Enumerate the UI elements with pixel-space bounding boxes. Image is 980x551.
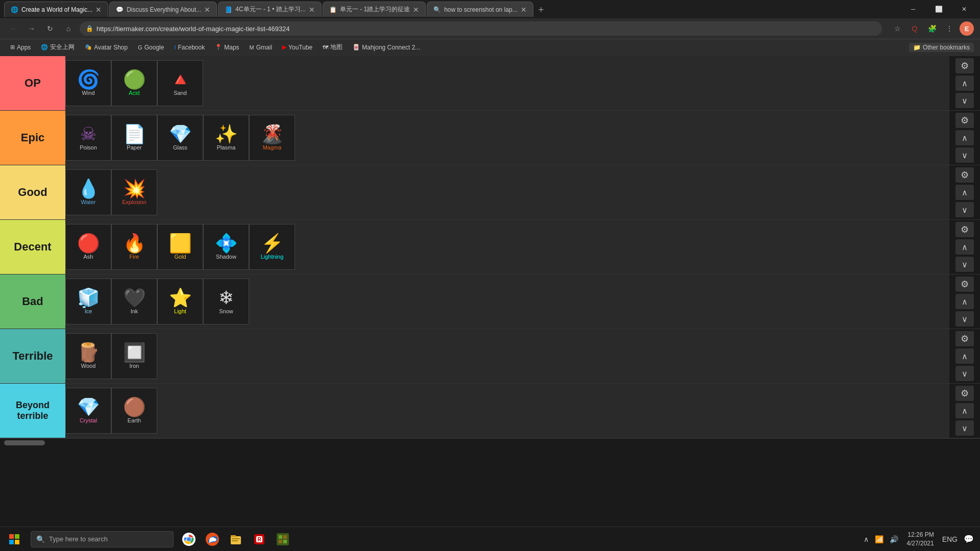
tier-item-wood[interactable]: 🪵Wood <box>65 333 111 379</box>
tier-move-up-op[interactable]: ∧ <box>955 76 974 91</box>
bookmark-gmail[interactable]: M Gmail <box>246 43 277 52</box>
tier-move-down-decent[interactable]: ∨ <box>955 257 974 272</box>
tray-chevron-icon[interactable]: ∧ <box>862 533 871 545</box>
tier-settings-decent[interactable]: ⚙ <box>955 222 974 237</box>
tier-item-glass[interactable]: 💎Glass <box>157 115 203 161</box>
tier-item-acid[interactable]: 🟢Acid <box>111 60 157 106</box>
tab2-close[interactable]: ✕ <box>204 6 210 14</box>
tier-move-up-beyond-terrible[interactable]: ∧ <box>955 403 974 418</box>
tab-2[interactable]: 💬 Discuss Everything About... ✕ <box>109 2 217 17</box>
tab4-close[interactable]: ✕ <box>413 6 419 14</box>
new-tab-button[interactable]: ＋ <box>536 3 546 15</box>
tier-settings-good[interactable]: ⚙ <box>955 167 974 183</box>
tray-language[interactable]: ENG <box>940 533 960 545</box>
profile-avatar[interactable]: E <box>960 21 974 36</box>
tier-item-ash[interactable]: 🔴Ash <box>65 224 111 270</box>
back-button[interactable]: ← <box>6 21 20 36</box>
tier-item-water[interactable]: 💧Water <box>65 169 111 215</box>
bookmark-maps2[interactable]: 🗺 地图 <box>318 42 347 53</box>
qr-code-icon[interactable]: Q <box>908 21 922 36</box>
tier-item-iron[interactable]: 🔲Iron <box>111 333 157 379</box>
taskbar-roblox[interactable]: R <box>248 528 271 550</box>
tier-move-up-decent[interactable]: ∧ <box>955 239 974 255</box>
browser-menu-icon[interactable]: ⋮ <box>942 21 957 36</box>
start-button[interactable] <box>0 527 29 552</box>
tier-move-up-good[interactable]: ∧ <box>955 185 974 200</box>
notification-button[interactable]: 💬 <box>962 532 976 546</box>
tier-item-sand[interactable]: 🔺Sand <box>157 60 203 106</box>
tier-item-fire[interactable]: 🔥Fire <box>111 224 157 270</box>
tier-item-paper[interactable]: 📄Paper <box>111 115 157 161</box>
tab-3[interactable]: 📘 4C单元一 - 1 • 踏上学习... ✕ <box>218 2 322 17</box>
tier-item-magma[interactable]: 🌋Magma <box>249 115 295 161</box>
tier-move-up-epic[interactable]: ∧ <box>955 130 974 145</box>
tier-item-shadow[interactable]: 💠Shadow <box>203 224 249 270</box>
bookmark-mahjong[interactable]: 🀄 Mahjong Connect 2... <box>349 43 424 52</box>
tier-move-up-bad[interactable]: ∧ <box>955 294 974 309</box>
other-bookmarks[interactable]: 📁 Other bookmarks <box>909 43 974 52</box>
tray-sound-icon[interactable]: 🔊 <box>888 533 900 545</box>
taskbar-files[interactable] <box>225 528 247 550</box>
tier-move-down-beyond-terrible[interactable]: ∨ <box>955 420 974 436</box>
tier-item-crystal[interactable]: 💎Crystal <box>65 388 111 434</box>
tier-item-snow[interactable]: ❄Snow <box>203 279 249 324</box>
tier-settings-beyond-terrible[interactable]: ⚙ <box>955 386 974 401</box>
forward-button[interactable]: → <box>24 21 39 36</box>
tier-move-down-bad[interactable]: ∨ <box>955 311 974 327</box>
bookmark-youtube[interactable]: ▶ YouTube <box>278 43 316 52</box>
home-button[interactable]: ⌂ <box>61 21 76 36</box>
tier-move-down-good[interactable]: ∨ <box>955 202 974 217</box>
tier-item-ink[interactable]: 🖤Ink <box>111 279 157 324</box>
scroll-bar[interactable] <box>0 438 980 446</box>
bookmark-google[interactable]: G Google <box>134 43 168 52</box>
tier-item-light[interactable]: ⭐Light <box>157 279 203 324</box>
bookmark-avatar-shop[interactable]: 🎭 Avatar Shop <box>81 43 132 52</box>
tab-close[interactable]: ✕ <box>95 6 102 14</box>
tier-move-down-terrible[interactable]: ∨ <box>955 366 974 381</box>
tier-settings-terrible[interactable]: ⚙ <box>955 331 974 346</box>
bookmark-security[interactable]: 🌐 安全上网 <box>37 42 79 53</box>
tier-item-wind[interactable]: 🌀Wind <box>65 60 111 106</box>
tier-settings-epic[interactable]: ⚙ <box>955 113 974 128</box>
tier-item-explosion[interactable]: 💥Explosion <box>111 169 157 215</box>
tier-move-down-epic[interactable]: ∨ <box>955 147 974 163</box>
tab-active[interactable]: 🌐 Create a World of Magic... ✕ <box>4 2 108 17</box>
tier-empty-beyond-terrible[interactable] <box>157 388 949 434</box>
maximize-button[interactable]: ⬜ <box>927 2 950 17</box>
reload-button[interactable]: ↻ <box>43 21 57 36</box>
bookmark-apps[interactable]: ⊞ Apps <box>6 43 35 52</box>
taskbar-minecraft[interactable] <box>272 528 294 550</box>
tier-empty-decent[interactable] <box>295 224 949 270</box>
scroll-thumb[interactable] <box>4 440 45 445</box>
tab-4[interactable]: 📋 单元一 - 1踏上学习的征途 ✕ <box>323 2 426 17</box>
bookmark-facebook[interactable]: f Facebook <box>170 43 209 52</box>
tier-item-gold[interactable]: 🟨Gold <box>157 224 203 270</box>
taskbar-search-box[interactable]: 🔍 Type here to search <box>31 531 174 547</box>
extensions-icon[interactable]: 🧩 <box>925 21 939 36</box>
close-button[interactable]: ✕ <box>952 2 976 17</box>
tier-item-plasma[interactable]: ✨Plasma <box>203 115 249 161</box>
bookmark-star-icon[interactable]: ☆ <box>890 21 904 36</box>
bookmark-maps[interactable]: 📍 Maps <box>211 43 243 52</box>
taskbar-edge[interactable] <box>201 528 224 550</box>
tier-move-up-terrible[interactable]: ∧ <box>955 348 974 364</box>
tier-settings-bad[interactable]: ⚙ <box>955 277 974 292</box>
tier-item-earth[interactable]: 🟤Earth <box>111 388 157 434</box>
minimize-button[interactable]: ─ <box>901 2 925 17</box>
tier-item-ice[interactable]: 🧊Ice <box>65 279 111 324</box>
tray-wifi-icon[interactable]: 📶 <box>873 533 886 545</box>
tray-clock[interactable]: 12:26 PM 4/27/2021 <box>902 529 938 550</box>
tier-empty-terrible[interactable] <box>157 333 949 379</box>
address-bar[interactable]: 🔒 https://tiermaker.com/create/world-of-… <box>80 21 882 36</box>
taskbar-chrome[interactable] <box>178 528 200 550</box>
tier-empty-op[interactable] <box>203 60 949 106</box>
tab5-close[interactable]: ✕ <box>521 6 527 14</box>
tier-empty-epic[interactable] <box>295 115 949 161</box>
tier-item-lightning[interactable]: ⚡Lightning <box>249 224 295 270</box>
tier-empty-good[interactable] <box>157 169 949 215</box>
tier-empty-bad[interactable] <box>249 279 949 324</box>
tab3-close[interactable]: ✕ <box>309 6 315 14</box>
tier-move-down-op[interactable]: ∨ <box>955 93 974 108</box>
tier-item-poison[interactable]: ☠Poison <box>65 115 111 161</box>
tab-5[interactable]: 🔍 how to screenshot on lap... ✕ <box>427 2 533 17</box>
